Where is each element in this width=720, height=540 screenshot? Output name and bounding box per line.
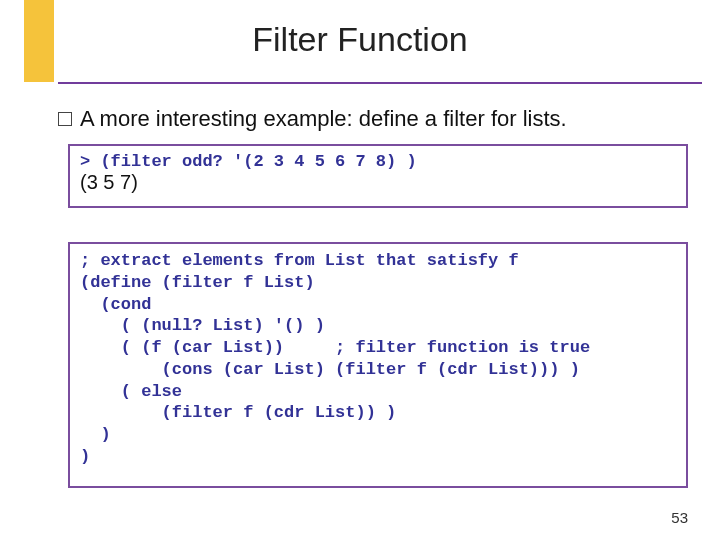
- slide: Filter Function A more interesting examp…: [0, 0, 720, 540]
- slide-title: Filter Function: [0, 20, 720, 59]
- page-number: 53: [671, 509, 688, 526]
- code-line: ( (f (car List)) ; filter function is tr…: [80, 338, 590, 357]
- bullet-square-icon: [58, 112, 72, 126]
- bullet-text: A more interesting example: define a fil…: [80, 106, 567, 132]
- code-line: (define (filter f List): [80, 273, 315, 292]
- code-line: (cons (car List) (filter f (cdr List))) …: [80, 360, 580, 379]
- code-line: (filter f (cdr List)) ): [80, 403, 396, 422]
- code-line: ): [80, 425, 111, 444]
- code-line: > (filter odd? '(2 3 4 5 6 7 8) ): [80, 152, 417, 171]
- title-underline: [58, 82, 702, 84]
- code-line: ( else: [80, 382, 182, 401]
- code-line: (cond: [80, 295, 151, 314]
- code-example-box: > (filter odd? '(2 3 4 5 6 7 8) ) (3 5 7…: [68, 144, 688, 208]
- code-line: ( (null? List) '() ): [80, 316, 325, 335]
- code-line: ): [80, 447, 90, 466]
- code-line: ; extract elements from List that satisf…: [80, 251, 519, 270]
- bullet-row: A more interesting example: define a fil…: [58, 106, 567, 132]
- output-line: (3 5 7): [80, 171, 138, 193]
- code-definition-box: ; extract elements from List that satisf…: [68, 242, 688, 488]
